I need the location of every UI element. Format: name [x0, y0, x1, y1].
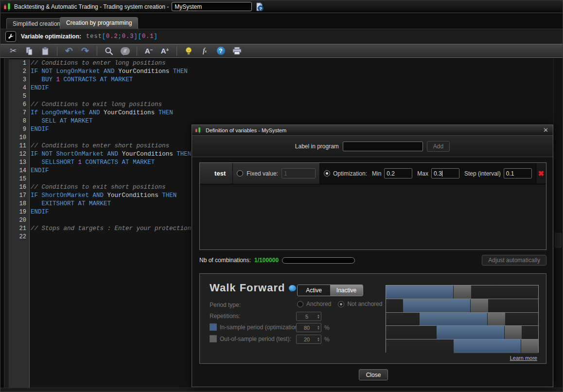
min-label: Min	[372, 170, 381, 177]
copy-icon[interactable]	[23, 46, 35, 56]
definition-of-variables-dialog: Definition of variables - MySystem ✕ Lab…	[192, 125, 553, 387]
code-line: BUY 1 CONTRACTS AT MARKET	[31, 76, 551, 84]
dialog-close-icon[interactable]: ✕	[542, 126, 550, 134]
dialog-title: Definition of variables - MySystem	[206, 127, 539, 133]
out-sample-color-swatch	[210, 335, 217, 342]
code-line: // Conditions to enter long positions	[31, 59, 551, 68]
tab-simplified-creation[interactable]: Simplified creation	[6, 18, 67, 29]
optimization-radio[interactable]	[324, 170, 330, 177]
repetitions-stepper[interactable]: 5▲▼	[296, 312, 321, 321]
programming-help-icon[interactable]: ?	[255, 2, 264, 12]
combinations-label: Nb of combinations:	[199, 257, 251, 264]
redo-icon[interactable]: ↷	[79, 46, 91, 56]
suggestion-lightbulb-icon[interactable]	[183, 46, 194, 56]
walk-forward-chart	[386, 285, 539, 353]
combinations-row: Nb of combinations: 1/100000 Adjust auto…	[199, 253, 546, 267]
out-sample-percent: %	[324, 336, 330, 343]
out-sample-label: Out-of-sample period (test):	[220, 336, 291, 342]
window-bottom-edge	[0, 388, 563, 392]
delete-variable-icon[interactable]: ✖	[538, 169, 545, 178]
print-icon[interactable]	[231, 46, 243, 56]
walk-forward-toggle: Active Inactive	[297, 285, 363, 296]
editor-left-margin	[0, 58, 4, 389]
fixed-value-radio[interactable]	[237, 170, 243, 177]
label-in-program-input[interactable]	[343, 142, 423, 151]
code-line: // Conditions to exit long positions	[31, 101, 551, 109]
dialog-title-bar: Definition of variables - MySystem ✕	[192, 125, 553, 136]
delete-variable-cell: ✖	[536, 163, 546, 184]
comment-icon[interactable]: //	[119, 46, 131, 56]
tab-bar: Simplified creation Creation by programm…	[0, 14, 563, 29]
help-icon[interactable]: ?	[215, 46, 227, 56]
add-button[interactable]: Add	[427, 141, 450, 152]
fixed-value-input	[282, 168, 316, 178]
min-input[interactable]	[384, 168, 412, 178]
svg-text:?: ?	[259, 6, 262, 11]
in-sample-color-swatch	[210, 323, 217, 331]
tab-creation-by-programming[interactable]: Creation by programming	[60, 17, 138, 29]
system-name-input[interactable]	[172, 2, 252, 11]
code-line: ENDIF	[31, 84, 551, 92]
label-in-program-label: Label in program	[295, 143, 339, 150]
code-line: If LongOnMarket AND YourConditions THEN	[31, 109, 551, 117]
font-decrease-icon[interactable]: A−	[143, 46, 155, 56]
max-input[interactable]: 0.3	[431, 168, 459, 178]
anchored-radio[interactable]	[297, 301, 303, 307]
optimization-cell: Optimization: Min Max 0.3 Step (interval…	[320, 163, 536, 184]
app-candlestick-icon	[3, 3, 11, 11]
walk-forward-chart-row	[386, 326, 538, 339]
walk-forward-title: Walk Forward	[210, 282, 285, 294]
toolbar-separator	[137, 46, 137, 56]
vertical-scrollbar[interactable]	[553, 58, 563, 389]
application-window: Backtesting & Automatic Trading - Tradin…	[0, 0, 563, 392]
functions-icon[interactable]: fx	[199, 46, 211, 56]
code-line: IF NOT LongOnMarket AND YourConditions T…	[31, 68, 551, 76]
walk-forward-chart-row	[386, 339, 538, 353]
learn-more-link[interactable]: Learn more	[510, 355, 537, 361]
add-variable-section: Label in program Add	[192, 136, 553, 157]
cut-icon[interactable]: ✂	[7, 46, 19, 56]
search-icon[interactable]	[103, 46, 115, 56]
variable-optimization-label: Variable optimization:	[21, 33, 81, 40]
editor-toolbar: ✂ ↶ ↷ // A− A+ fx ?	[0, 44, 563, 58]
in-sample-label: In-sample period (optimization)	[220, 324, 300, 331]
window-title: Backtesting & Automatic Trading - Tradin…	[14, 3, 169, 10]
combinations-progress-bar	[282, 257, 355, 264]
step-interval-label: Step (interval)	[464, 170, 501, 177]
variables-list-panel: test Fixed value: Optimization: Min Max …	[199, 162, 546, 250]
line-number-gutter: 12345678910111213141516171819202122	[9, 59, 30, 388]
code-line	[31, 92, 551, 101]
combinations-value: 1/100000	[254, 257, 279, 264]
variable-row: test Fixed value: Optimization: Min Max …	[200, 163, 546, 184]
period-type-radios: Anchored Not anchored	[297, 301, 382, 307]
fixed-value-cell: Fixed value:	[233, 163, 320, 184]
period-type-label: Period type:	[210, 302, 241, 308]
font-increase-icon[interactable]: A+	[159, 46, 171, 56]
walk-forward-active-button[interactable]: Active	[298, 285, 330, 296]
max-label: Max	[417, 170, 428, 177]
adjust-automatically-button[interactable]: Adjust automatically	[482, 255, 546, 266]
in-sample-stepper[interactable]: 80▲▼	[296, 323, 321, 332]
scrollbar-thumb[interactable]	[555, 233, 562, 248]
walk-forward-info-icon[interactable]	[289, 285, 296, 291]
walk-forward-inactive-button[interactable]: Inactive	[330, 285, 363, 296]
toolbar-separator	[97, 46, 97, 56]
wrench-icon[interactable]	[5, 31, 16, 42]
walk-forward-chart-row	[386, 299, 538, 313]
paste-icon[interactable]	[39, 46, 51, 56]
optimization-label: Optimization:	[333, 170, 367, 177]
out-sample-stepper[interactable]: 20▲▼	[296, 335, 321, 344]
close-button[interactable]: Close	[359, 369, 388, 380]
variable-optimization-expression: test[0.2;0.3][0.1]	[86, 33, 158, 40]
walk-forward-chart-row	[386, 285, 538, 299]
toolbar-separator	[57, 46, 57, 56]
undo-icon[interactable]: ↶	[63, 46, 75, 56]
toolbar-separator	[176, 46, 177, 56]
not-anchored-radio[interactable]	[338, 301, 344, 307]
repetitions-label: Repetitions:	[210, 313, 240, 320]
variable-optimization-bar: Variable optimization: test[0.2;0.3][0.1…	[0, 29, 563, 43]
walk-forward-chart-row	[386, 313, 538, 326]
step-input[interactable]	[504, 168, 532, 178]
in-sample-percent: %	[324, 324, 330, 331]
anchored-label: Anchored	[306, 301, 331, 307]
